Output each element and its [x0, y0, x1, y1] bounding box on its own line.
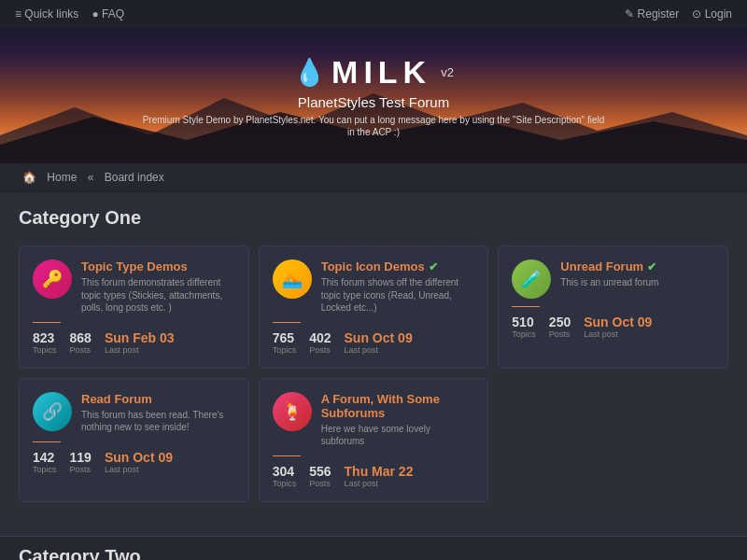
- forum-stats: 765 Topics 402 Posts Sun Oct 09 Last pos…: [273, 330, 475, 355]
- forum-info: Topic Icon Demos ✔ This forum shows off …: [321, 259, 475, 315]
- forum-divider: [512, 306, 540, 307]
- stat-topics: 510 Topics: [512, 315, 536, 339]
- site-logo: 💧 MILK v2: [140, 54, 607, 91]
- stat-lastpost: Sun Oct 09 Last post: [345, 330, 413, 355]
- forum-icon-unread: 🧪: [512, 259, 551, 299]
- stat-posts: 556 Posts: [309, 464, 331, 488]
- forum-card-header: 🍹 A Forum, With Some Subforums Here we h…: [273, 392, 475, 448]
- hero-content: 💧 MILK v2 PlanetStyles Test Forum Premiu…: [140, 54, 607, 138]
- forum-info: Topic Type Demos This forum demonstrates…: [81, 259, 235, 315]
- forum-stats: 142 Topics 119 Posts Sun Oct 09 Last pos…: [33, 450, 235, 474]
- forum-stats: 510 Topics 250 Posts Sun Oct 09 Last pos…: [512, 315, 714, 339]
- forum-card-header: 🧪 Unread Forum ✔ This is an unread forum: [512, 259, 714, 299]
- hamburger-icon: ≡: [15, 7, 21, 21]
- top-navigation: ≡ Quick links ● FAQ ✎ Register ⊙ Login: [0, 0, 747, 28]
- category-two-title: Category Two: [0, 536, 747, 561]
- forum-name: Unread Forum ✔: [560, 259, 714, 273]
- logo-drop-icon: 💧: [293, 57, 326, 88]
- forum-icon-topic-type: 🔑: [33, 259, 72, 299]
- check-icon: ✔: [429, 260, 438, 273]
- forum-info: A Forum, With Some Subforums Here we hav…: [321, 392, 475, 448]
- category-one-title: Category One: [19, 207, 728, 234]
- stat-posts: 868 Posts: [70, 330, 92, 355]
- stat-posts: 119 Posts: [70, 450, 92, 474]
- site-title: PlanetStyles Test Forum: [140, 94, 607, 110]
- forum-info: Unread Forum ✔ This is an unread forum: [560, 259, 714, 289]
- forum-stats: 823 Topics 868 Posts Sun Feb 03 Last pos…: [33, 330, 235, 355]
- cocktail-icon: 🍹: [282, 401, 303, 422]
- forum-icon-topic-icon: 🏊: [273, 259, 312, 299]
- home-icon: 🏠: [22, 171, 36, 184]
- forum-icon-subforums: 🍹: [273, 392, 312, 431]
- stat-lastpost: Sun Oct 09 Last post: [584, 315, 652, 339]
- forum-card-topic-icon-demos: 🏊 Topic Icon Demos ✔ This forum shows of…: [259, 245, 489, 369]
- breadcrumb-current: Board index: [105, 171, 164, 184]
- forum-icon-read: 🔗: [33, 392, 72, 431]
- stat-topics: 765 Topics: [273, 330, 297, 355]
- forum-name: Topic Type Demos: [81, 259, 235, 273]
- forum-title-link[interactable]: Unread Forum: [560, 259, 643, 273]
- faq-icon: ●: [92, 7, 98, 21]
- check-icon: ✔: [647, 260, 656, 273]
- flask-icon: 🧪: [521, 269, 542, 289]
- forums-grid: 🔑 Topic Type Demos This forum demonstrat…: [19, 245, 728, 502]
- stat-topics: 823 Topics: [33, 330, 57, 355]
- register-link[interactable]: ✎ Register: [625, 7, 679, 21]
- site-description: Premium Style Demo by PlanetStyles.net. …: [140, 114, 607, 138]
- forum-card-topic-type-demos: 🔑 Topic Type Demos This forum demonstrat…: [19, 245, 249, 369]
- forum-card-header: 🔑 Topic Type Demos This forum demonstrat…: [33, 259, 235, 315]
- forum-divider: [273, 322, 301, 323]
- breadcrumb-separator: «: [88, 171, 94, 184]
- forum-divider: [33, 441, 61, 442]
- stat-posts: 250 Posts: [549, 315, 571, 339]
- forum-description: Here we have some lovely subforums: [321, 423, 475, 448]
- forum-title-link[interactable]: A Forum, With Some Subforums: [321, 392, 475, 420]
- register-icon: ✎: [625, 7, 634, 21]
- main-content: Category One 🔑 Topic Type Demos This for…: [0, 192, 747, 536]
- forum-card-subforums: 🍹 A Forum, With Some Subforums Here we h…: [259, 378, 489, 502]
- forum-card-read-forum: 🔗 Read Forum This forum has been read. T…: [19, 378, 249, 502]
- forum-title-link[interactable]: Topic Icon Demos: [321, 259, 425, 273]
- forum-divider: [273, 455, 301, 456]
- forum-info: Read Forum This forum has been read. The…: [81, 392, 235, 434]
- stat-lastpost: Thu Mar 22 Last post: [345, 464, 414, 488]
- top-nav-left: ≡ Quick links ● FAQ: [15, 7, 124, 21]
- forum-card-header: 🔗 Read Forum This forum has been read. T…: [33, 392, 235, 434]
- forum-stats: 304 Topics 556 Posts Thu Mar 22 Last pos…: [273, 464, 475, 488]
- forum-title-link[interactable]: Read Forum: [81, 392, 152, 406]
- forum-card-header: 🏊 Topic Icon Demos ✔ This forum shows of…: [273, 259, 475, 315]
- stat-topics: 304 Topics: [273, 464, 297, 488]
- forum-name: Topic Icon Demos ✔: [321, 259, 475, 273]
- forum-title-link[interactable]: Topic Type Demos: [81, 259, 188, 273]
- home-link[interactable]: 🏠 Home: [19, 171, 84, 184]
- stat-topics: 142 Topics: [33, 450, 57, 474]
- faq-link[interactable]: ● FAQ: [92, 7, 124, 21]
- stat-lastpost: Sun Feb 03 Last post: [105, 330, 175, 355]
- login-link[interactable]: ⊙ Login: [692, 7, 732, 21]
- forum-divider: [33, 322, 61, 323]
- forum-description: This forum has been read. There's nothin…: [81, 409, 235, 434]
- forum-card-unread-forum: 🧪 Unread Forum ✔ This is an unread forum…: [498, 245, 728, 369]
- swimmer-icon: 🏊: [282, 269, 303, 289]
- key-icon: 🔑: [42, 269, 63, 289]
- top-nav-right: ✎ Register ⊙ Login: [625, 7, 732, 21]
- forum-description: This forum demonstrates different topic …: [81, 276, 235, 315]
- forum-description: This is an unread forum: [560, 276, 714, 289]
- stat-posts: 402 Posts: [309, 330, 331, 355]
- link-icon: 🔗: [42, 401, 63, 422]
- breadcrumb: 🏠 Home « Board index: [0, 163, 747, 192]
- quick-links-button[interactable]: ≡ Quick links: [15, 7, 78, 21]
- forum-name: A Forum, With Some Subforums: [321, 392, 475, 420]
- login-icon: ⊙: [692, 7, 701, 21]
- forum-name: Read Forum: [81, 392, 235, 406]
- stat-lastpost: Sun Oct 09 Last post: [105, 450, 173, 474]
- forum-description: This forum shows off the different topic…: [321, 276, 475, 315]
- hero-banner: 💧 MILK v2 PlanetStyles Test Forum Premiu…: [0, 28, 747, 163]
